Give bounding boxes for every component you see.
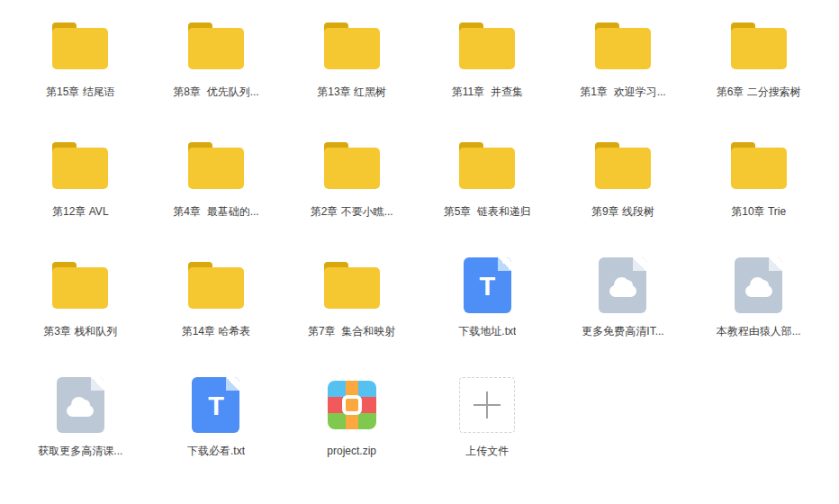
file-grid: 第15章 结尾语 第8章 优先队列... 第13章 红黑树 第11章 并查集 第… (0, 0, 839, 493)
item-label: 本教程由猿人部... (717, 325, 801, 338)
folder-item[interactable]: 第4章 最基础的... (149, 134, 284, 254)
folder-icon (324, 262, 380, 309)
item-label: 第13章 红黑树 (317, 86, 386, 98)
plus-icon (474, 392, 501, 418)
folder-icon (52, 142, 108, 189)
item-label: 第10章 Trie (731, 205, 786, 218)
folder-icon (459, 22, 515, 69)
upload-label: 上传文件 (465, 445, 509, 457)
zip-file-icon (328, 381, 376, 429)
item-label: 第5章 链表和递归 (444, 205, 531, 218)
item-label: 第12章 AVL (52, 205, 108, 218)
item-label: 第1章 欢迎学习... (580, 86, 665, 98)
folder-item[interactable]: 第8章 优先队列... (149, 14, 284, 134)
txt-file-icon: T (464, 257, 511, 313)
folder-icon (595, 22, 651, 69)
txt-file-item[interactable]: T 下载地址.txt (420, 254, 555, 374)
folder-item[interactable]: 第6章 二分搜索树 (690, 14, 826, 134)
txt-file-item[interactable]: T 下载必看.txt (149, 374, 284, 493)
cloud-file-item[interactable]: 本教程由猿人部... (690, 254, 826, 374)
folder-icon (324, 142, 380, 189)
item-label: 下载必看.txt (187, 445, 245, 457)
folder-icon (731, 22, 787, 69)
folder-icon (595, 142, 651, 189)
item-label: 第9章 线段树 (591, 205, 654, 218)
item-label: 更多免费高清IT... (582, 325, 663, 338)
folder-item[interactable]: 第5章 链表和递归 (420, 134, 555, 254)
folder-icon (188, 142, 244, 189)
folder-icon (52, 262, 108, 309)
item-label: 下载地址.txt (458, 325, 516, 338)
folder-item[interactable]: 第11章 并查集 (420, 14, 555, 134)
folder-icon (188, 262, 244, 309)
item-label: 第3章 栈和队列 (43, 325, 117, 338)
cloud-icon (609, 285, 636, 297)
folder-icon (324, 22, 380, 69)
folder-icon (459, 142, 515, 189)
upload-file-button[interactable]: 上传文件 (420, 374, 555, 493)
cloud-file-item[interactable]: 更多免费高清IT... (555, 254, 691, 374)
folder-item[interactable]: 第14章 哈希表 (149, 254, 284, 374)
cloud-file-icon (57, 377, 104, 433)
item-label: 第8章 优先队列... (173, 86, 258, 98)
item-label: 第15章 结尾语 (46, 86, 115, 98)
folder-icon (188, 22, 244, 69)
folder-item[interactable]: 第2章 不要小瞧... (284, 134, 420, 254)
item-label: 第14章 哈希表 (182, 325, 251, 338)
text-glyph: T (479, 274, 495, 300)
item-label: 第7章 集合和映射 (308, 325, 395, 338)
txt-file-icon: T (192, 377, 239, 433)
folder-item[interactable]: 第10章 Trie (690, 134, 826, 254)
item-label: 第4章 最基础的... (173, 205, 258, 218)
text-glyph: T (208, 393, 224, 419)
item-label: 第11章 并查集 (452, 86, 523, 98)
folder-item[interactable]: 第9章 线段树 (555, 134, 691, 254)
item-label: 获取更多高清课... (38, 445, 122, 457)
cloud-icon (67, 405, 94, 417)
cloud-file-icon (599, 257, 646, 313)
cloud-file-item[interactable]: 获取更多高清课... (13, 374, 149, 493)
folder-icon (52, 22, 108, 69)
folder-item[interactable]: 第15章 结尾语 (13, 14, 149, 134)
folder-item[interactable]: 第12章 AVL (13, 134, 149, 254)
item-label: 第6章 二分搜索树 (717, 86, 801, 98)
item-label: project.zip (327, 445, 376, 457)
folder-item[interactable]: 第3章 栈和队列 (13, 254, 149, 374)
folder-icon (731, 142, 787, 189)
folder-item[interactable]: 第7章 集合和映射 (284, 254, 420, 374)
cloud-icon (745, 285, 772, 297)
cloud-file-icon (735, 257, 782, 313)
folder-item[interactable]: 第13章 红黑树 (284, 14, 420, 134)
folder-item[interactable]: 第1章 欢迎学习... (555, 14, 691, 134)
upload-dropzone[interactable] (459, 377, 515, 433)
zip-file-item[interactable]: project.zip (284, 374, 420, 493)
item-label: 第2章 不要小瞧... (311, 205, 393, 218)
